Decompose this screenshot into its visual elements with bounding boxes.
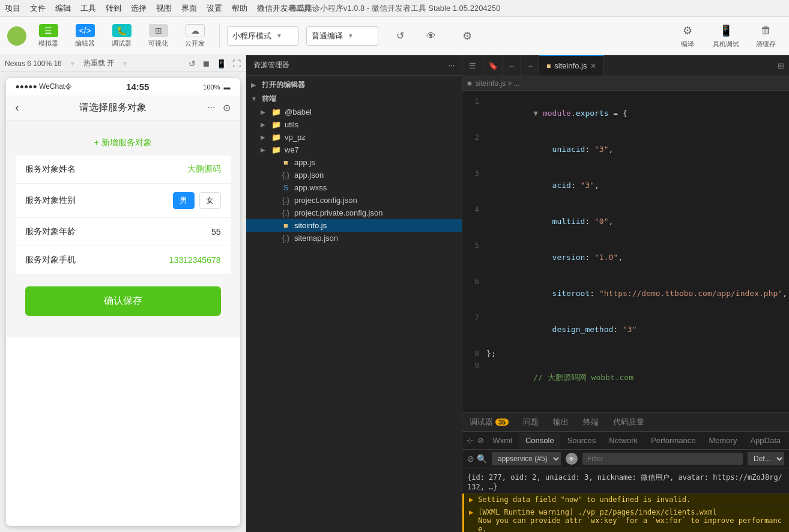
subtab-appdata[interactable]: AppData (744, 433, 787, 449)
split-editor-icon[interactable]: ⊞ (773, 61, 789, 70)
line-num-6: 6 (462, 276, 486, 312)
folder-utils[interactable]: ▶ 📁 utils (246, 118, 462, 131)
line-content-7: design_method: "3" (486, 312, 636, 348)
file-app-wxss-label: app.wxss (294, 183, 327, 192)
subtab-wxml[interactable]: Wxml (486, 433, 518, 449)
service-selector[interactable]: appservice (#5) (492, 452, 561, 465)
preview-button[interactable]: 👁 (417, 26, 446, 46)
add-service-button[interactable]: + 新增服务对象 (16, 130, 231, 156)
menu-item-help[interactable]: 帮助 (232, 3, 247, 14)
tab-siteinfo-label: siteinfo.js (554, 61, 587, 70)
clear-cache-button[interactable]: 🗑 清缓存 (750, 21, 782, 51)
file-app-js[interactable]: ■ app.js (246, 156, 462, 169)
back-arrow-icon[interactable]: ‹ (16, 101, 19, 114)
subtab-network[interactable]: Network (603, 433, 644, 449)
open-editors-section[interactable]: ▶ 打开的编辑器 (246, 78, 462, 92)
folder-we7[interactable]: ▶ 📁 we7 (246, 144, 462, 156)
folder-vppz-icon: 📁 (271, 133, 281, 142)
preserve-log-icon[interactable]: 🔍 (477, 454, 487, 464)
debugger-button[interactable]: 🐛 调试器 (104, 22, 139, 50)
file-project-private[interactable]: {.} project.private.config.json (246, 207, 462, 219)
settings-button[interactable]: ⚙ 编译 (673, 21, 702, 51)
folder-we7-label: we7 (285, 145, 299, 154)
tab-siteinfo-js[interactable]: ■ siteinfo.js ✕ (539, 55, 604, 76)
subtab-sources[interactable]: Sources (561, 433, 602, 449)
translate-select-label: 普通编译 (312, 31, 343, 41)
devtools-inspect-icon[interactable]: ⊹ (465, 434, 474, 448)
subtab-performance[interactable]: Performance (645, 433, 701, 449)
real-device-button[interactable]: 📱 真机调试 (707, 21, 745, 51)
breadcrumb-file-icon: ■ (467, 79, 472, 88)
compile-button[interactable]: ⚙ (453, 26, 482, 46)
tab-output[interactable]: 输出 (546, 413, 576, 431)
code-line-8: 8 }; (462, 348, 789, 360)
file-app-js-label: app.js (294, 158, 315, 167)
frontend-section[interactable]: ▼ 前端 (246, 92, 462, 106)
history-icon[interactable]: ← (503, 55, 521, 76)
mode-select[interactable]: 小程序模式 ▼ (227, 26, 299, 46)
menu-item-select[interactable]: 选择 (131, 3, 147, 14)
menu-item-settings[interactable]: 设置 (207, 3, 222, 14)
phone-content: + 新增服务对象 服务对象姓名 大鹏源码 服务对象性别 男 女 服务对象年龄 5… (6, 121, 240, 337)
code-line-3: 3 acid: "3", (462, 168, 789, 204)
file-sitemap[interactable]: {.} sitemap.json (246, 232, 462, 244)
file-siteinfo-js[interactable]: ■ siteinfo.js (246, 219, 462, 232)
clear-console-icon[interactable]: ⊘ (467, 454, 474, 464)
male-button[interactable]: 男 (173, 192, 195, 209)
forward-icon[interactable]: → (521, 55, 539, 76)
camera-icon[interactable]: ⊙ (223, 102, 231, 113)
menu-item-file[interactable]: 文件 (30, 3, 46, 14)
menu-item-edit[interactable]: 编辑 (55, 3, 71, 14)
file-panel-menu-icon[interactable]: ··· (449, 61, 455, 70)
translate-select[interactable]: 普通编译 ▼ (306, 26, 378, 46)
eye-icon[interactable]: 👁 (566, 453, 578, 465)
file-app-wxss[interactable]: S app.wxss (246, 181, 462, 194)
folder-vp_pz[interactable]: ▶ 📁 vp_pz (246, 131, 462, 144)
menu-item-view[interactable]: 视图 (156, 3, 172, 14)
menu-item-goto[interactable]: 转到 (106, 3, 121, 14)
visual-button[interactable]: ⊞ 可视化 (141, 22, 175, 50)
filter-input[interactable] (582, 453, 743, 465)
folder-babel[interactable]: ▶ 📁 @babel (246, 106, 462, 118)
tab-terminal[interactable]: 终端 (576, 413, 606, 431)
phone-value: 13312345678 (169, 255, 221, 265)
female-button[interactable]: 女 (199, 192, 221, 209)
preview-icon: 👁 (423, 29, 440, 43)
menu-item-project[interactable]: 项目 (5, 3, 20, 14)
file-project-config[interactable]: {.} project.config.json (246, 194, 462, 207)
devtools-block-icon[interactable]: ⊘ (476, 434, 485, 448)
file-app-json[interactable]: {.} app.json (246, 169, 462, 181)
tab-issues[interactable]: 问题 (516, 413, 546, 431)
confirm-save-button[interactable]: 确认保存 (25, 286, 221, 316)
line-content-8: }; (486, 348, 496, 360)
folder-utils-icon: 📁 (271, 120, 281, 129)
line-content-3: acid: "3", (486, 168, 599, 204)
tab-code-quality[interactable]: 代码质量 (606, 413, 651, 431)
menu-item-interface[interactable]: 界面 (181, 3, 197, 14)
gender-buttons: 男 女 (173, 192, 221, 209)
form-row-age: 服务对象年龄 55 (16, 218, 231, 246)
more-icon[interactable]: ··· (207, 102, 215, 113)
file-sitemap-label: sitemap.json (294, 234, 338, 243)
refresh-button[interactable]: ↺ (385, 26, 414, 46)
device-toolbar: Nexus 6 100% 16 ▼ 热重载 开 ▼ ↺ ⏹ 📱 ⛶ (0, 55, 246, 72)
tab-close-icon[interactable]: ✕ (590, 62, 596, 70)
default-levels-select[interactable]: Def... (748, 452, 784, 465)
subtab-memory[interactable]: Memory (703, 433, 743, 449)
menu-item-tool[interactable]: 工具 (80, 3, 96, 14)
clear-cache-label: 清缓存 (756, 40, 776, 49)
hotload-label[interactable]: 热重载 开 (83, 58, 114, 68)
breadcrumb-text: siteinfo.js > ... (476, 79, 520, 88)
simulator-button[interactable]: ☰ 模拟器 (31, 22, 65, 50)
menu-bar: 项目 文件 编辑 工具 转到 选择 视图 界面 设置 帮助 微信开发者工具 嗨喵… (0, 0, 789, 17)
tab-debugger[interactable]: 调试器 35 (462, 413, 516, 431)
debugger-tab-label: 调试器 (470, 417, 493, 428)
bookmark-icon[interactable]: 🔖 (483, 55, 503, 76)
subtab-console[interactable]: Console (519, 433, 560, 449)
line-num-3: 3 (462, 168, 486, 204)
editor-menu-icon[interactable]: ☰ (469, 61, 476, 70)
visual-icon: ⊞ (149, 24, 168, 37)
name-value: 大鹏源码 (187, 164, 221, 175)
editor-button[interactable]: </> 编辑器 (68, 22, 102, 50)
cloud-button[interactable]: ☁ 云开发 (178, 22, 212, 50)
